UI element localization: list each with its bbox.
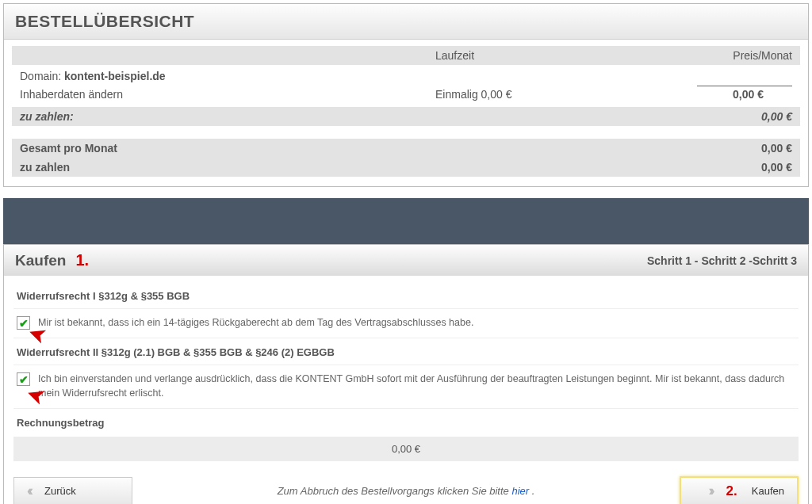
order-overview-body: Laufzeit Preis/Monat Domain: kontent-bei… <box>4 40 808 186</box>
chevron-left-icon: ‹‹ <box>27 483 30 499</box>
back-button[interactable]: ‹‹ Zurück <box>13 477 132 504</box>
total-month-label: Gesamt pro Monat <box>12 139 618 158</box>
withdrawal-1-text: Mir ist bekannt, dass ich ein 14-tägiges… <box>38 315 473 330</box>
cancel-link[interactable]: hier <box>511 485 529 497</box>
buy-button-label: Kaufen <box>752 485 784 497</box>
step-indicator: Schritt 1 - Schritt 2 -Schritt 3 <box>647 254 797 267</box>
buy-footer: ‹‹ Zurück Zum Abbruch des Bestellvorgang… <box>13 476 799 504</box>
domain-row: Domain: kontent-beispiel.de <box>12 65 800 84</box>
item-price: 0,00 € <box>697 86 792 102</box>
buy-header: Kaufen 1. Schritt 1 - Schritt 2 -Schritt… <box>4 245 808 276</box>
domain-name: kontent-beispiel.de <box>64 70 166 82</box>
grand-total-row: zu zahlen 0,00 € <box>12 158 800 177</box>
withdrawal-1-title: Widerrufsrecht I §312g & §355 BGB <box>13 282 799 309</box>
invoice-amount-value: 0,00 € <box>13 437 799 461</box>
col-empty <box>12 46 427 65</box>
cancel-text: Zum Abbruch des Bestellvorgangs klicken … <box>132 485 680 497</box>
item-type: Einmalig 0,00 € <box>427 84 618 107</box>
total-month-row: Gesamt pro Monat 0,00 € <box>12 139 800 158</box>
withdrawal-1-row: ✔ Mir ist bekannt, dass ich ein 14-tägig… <box>13 309 799 338</box>
order-table-header: Laufzeit Preis/Monat <box>12 46 800 65</box>
to-pay-value: 0,00 € <box>618 107 800 126</box>
grand-total-label: zu zahlen <box>12 158 618 177</box>
order-overview-header: BESTELLÜBERSICHT <box>4 4 808 40</box>
withdrawal-2-text: Ich bin einverstanden und verlange ausdr… <box>38 372 795 400</box>
withdrawal-1-checkbox[interactable]: ✔ <box>17 316 30 330</box>
col-laufzeit: Laufzeit <box>427 46 618 65</box>
buy-body: Widerrufsrecht I §312g & §355 BGB ✔ Mir … <box>4 276 808 504</box>
page-title: BESTELLÜBERSICHT <box>15 12 797 31</box>
to-pay-label: zu zahlen: <box>12 107 618 126</box>
order-table: Laufzeit Preis/Monat Domain: kontent-bei… <box>12 46 800 177</box>
check-icon: ✔ <box>19 374 29 385</box>
buy-title-text: Kaufen <box>15 252 66 269</box>
separator-banner <box>3 198 809 244</box>
annotation-2: 2. <box>726 483 737 499</box>
back-button-label: Zurück <box>44 485 76 497</box>
domain-prefix: Domain: <box>20 70 64 82</box>
grand-total-value: 0,00 € <box>618 158 800 177</box>
cancel-prefix: Zum Abbruch des Bestellvorgangs klicken … <box>278 485 512 497</box>
item-row: Inhaberdaten ändern Einmalig 0,00 € 0,00… <box>12 84 800 107</box>
col-preis: Preis/Monat <box>618 46 800 65</box>
cancel-suffix: . <box>532 485 535 497</box>
buy-panel: Kaufen 1. Schritt 1 - Schritt 2 -Schritt… <box>3 244 809 504</box>
buy-title: Kaufen 1. <box>15 251 89 269</box>
to-pay-row: zu zahlen: 0,00 € <box>12 107 800 126</box>
buy-button[interactable]: ›› 2. Kaufen <box>680 476 799 504</box>
item-label: Inhaberdaten ändern <box>12 84 427 107</box>
chevron-right-icon: ›› <box>709 483 712 499</box>
annotation-1: 1. <box>75 251 89 269</box>
withdrawal-2-row: ✔ Ich bin einverstanden und verlange aus… <box>13 365 799 409</box>
order-overview-panel: BESTELLÜBERSICHT Laufzeit Preis/Monat Do… <box>3 3 809 187</box>
invoice-amount-label: Rechnungsbetrag <box>13 409 799 435</box>
withdrawal-2-checkbox[interactable]: ✔ <box>17 372 30 386</box>
check-icon: ✔ <box>19 318 29 329</box>
total-month-value: 0,00 € <box>618 139 800 158</box>
withdrawal-2-title: Widerrufsrecht II §312g (2.1) BGB & §355… <box>13 338 799 365</box>
